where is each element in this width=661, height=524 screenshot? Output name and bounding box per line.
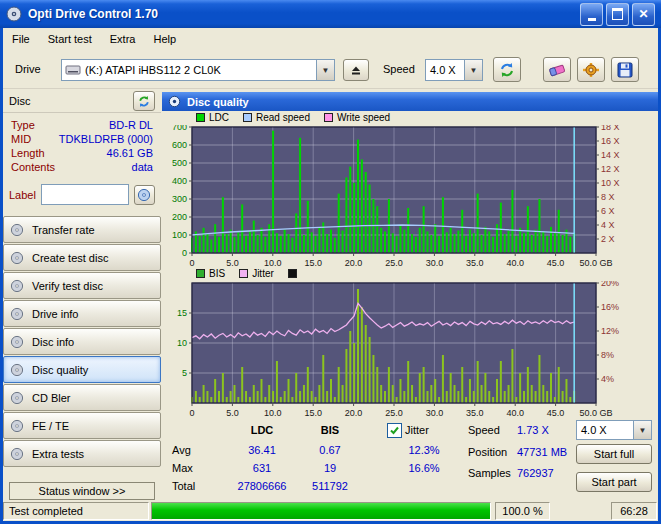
refresh-disc-button[interactable] — [133, 91, 155, 111]
chart2-legend: BISJitter — [196, 268, 297, 279]
sidebar-item-label: Create test disc — [32, 252, 108, 264]
erase-disc-button[interactable] — [543, 57, 571, 82]
svg-text:45.0: 45.0 — [547, 258, 565, 267]
disc-panel-header: Disc — [3, 90, 161, 113]
disc-info-value: 46.61 GB — [107, 147, 153, 159]
menu-file[interactable]: File — [3, 30, 39, 48]
bis-total-value: 511792 — [290, 480, 370, 492]
legend-bis: BIS — [196, 268, 225, 279]
sidebar-item-extra-tests[interactable]: Extra tests — [3, 440, 161, 467]
test-speed-select[interactable]: 4.0 X ▼ — [576, 420, 652, 440]
panel-title: Disc quality — [187, 96, 249, 108]
svg-text:8 X: 8 X — [601, 192, 615, 202]
sidebar-item-verify-test-disc[interactable]: Verify test disc — [3, 272, 161, 299]
svg-text:40.0: 40.0 — [506, 408, 524, 417]
legend-marker — [288, 269, 297, 278]
chevron-down-icon[interactable]: ▼ — [464, 60, 482, 80]
drive-select[interactable]: (K:) ATAPI iHBS112 2 CL0K ▼ — [61, 59, 335, 81]
disc-info-row-length: Length46.61 GB — [3, 146, 161, 160]
sidebar-item-drive-info[interactable]: Drive info — [3, 300, 161, 327]
svg-text:35.0: 35.0 — [466, 408, 484, 417]
minimize-icon — [588, 18, 596, 21]
gear-icon — [582, 62, 600, 78]
refresh-icon — [137, 95, 151, 108]
legend-swatch — [243, 113, 252, 122]
test-speed-select-value: 4.0 X — [577, 424, 633, 436]
sidebar: Disc TypeBD-R DLMIDTDKBLDRFB (000)Length… — [3, 88, 161, 500]
menu-extra[interactable]: Extra — [101, 30, 145, 48]
eject-button[interactable] — [343, 59, 369, 81]
sidebar-item-transfer-rate[interactable]: Transfer rate — [3, 216, 161, 243]
svg-text:20.0: 20.0 — [345, 408, 363, 417]
sidebar-item-disc-info[interactable]: Disc info — [3, 328, 161, 355]
svg-text:10: 10 — [177, 338, 187, 348]
svg-text:100: 100 — [172, 230, 187, 240]
legend-swatch — [196, 113, 205, 122]
extra-tests-icon — [10, 447, 24, 461]
legend-label: Read speed — [256, 112, 310, 123]
maximize-button[interactable] — [606, 3, 629, 26]
svg-text:50.0 GB: 50.0 GB — [579, 408, 612, 417]
svg-text:5.0: 5.0 — [226, 408, 239, 417]
panel-header: Disc quality — [162, 92, 658, 111]
drive-label: Drive — [15, 63, 41, 75]
drive-icon — [62, 64, 81, 76]
progress-fill — [152, 503, 490, 519]
disc-label-label: Label — [9, 189, 36, 201]
create-test-disc-icon — [10, 251, 24, 265]
speed-label: Speed — [383, 63, 415, 75]
sidebar-item-label: CD Bler — [32, 392, 71, 404]
app-icon — [6, 6, 22, 22]
svg-text:40.0: 40.0 — [506, 258, 524, 267]
svg-text:14 X: 14 X — [601, 150, 620, 160]
rescan-drives-button[interactable] — [493, 57, 521, 82]
start-full-button[interactable]: Start full — [576, 444, 652, 464]
sidebar-item-label: Extra tests — [32, 448, 84, 460]
legend-swatch — [239, 269, 248, 278]
legend-swatch — [288, 269, 297, 278]
sidebar-item-cd-bler[interactable]: CD Bler — [3, 384, 161, 411]
legend-jitter: Jitter — [239, 268, 274, 279]
menu-start-test[interactable]: Start test — [39, 30, 101, 48]
svg-text:0: 0 — [189, 408, 194, 417]
legend-label: Write speed — [337, 112, 390, 123]
close-button[interactable]: ✕ — [632, 3, 655, 26]
chevron-down-icon[interactable]: ▼ — [316, 60, 334, 80]
svg-text:20%: 20% — [601, 281, 619, 288]
speed-select[interactable]: 4.0 X ▼ — [425, 59, 483, 81]
sidebar-item-fe-te[interactable]: FE / TE — [3, 412, 161, 439]
disc-info-value: TDKBLDRFB (000) — [59, 133, 153, 145]
disc-label-button[interactable] — [134, 185, 155, 205]
svg-text:15.0: 15.0 — [304, 408, 322, 417]
bis-max-value: 19 — [290, 462, 370, 474]
chart1-legend: LDCRead speedWrite speed — [196, 112, 390, 123]
svg-text:30.0: 30.0 — [426, 258, 444, 267]
legend-label: Jitter — [252, 268, 274, 279]
legend-label: BIS — [209, 268, 225, 279]
disc-info-list: TypeBD-R DLMIDTDKBLDRFB (000)Length46.61… — [3, 118, 161, 174]
start-part-button[interactable]: Start part — [576, 472, 652, 492]
svg-text:12 X: 12 X — [601, 164, 620, 174]
sidebar-item-create-test-disc[interactable]: Create test disc — [3, 244, 161, 271]
menu-help[interactable]: Help — [144, 30, 185, 48]
svg-text:16 X: 16 X — [601, 136, 620, 146]
samples-label: Samples — [468, 467, 511, 479]
samples-value: 762937 — [517, 467, 554, 479]
refresh-icon — [498, 62, 516, 78]
disc-info-value: data — [132, 161, 153, 173]
maximize-icon — [612, 8, 623, 20]
minimize-button[interactable] — [580, 3, 603, 26]
preferences-button[interactable] — [577, 57, 605, 82]
save-button[interactable] — [611, 57, 639, 82]
chevron-down-icon[interactable]: ▼ — [633, 421, 651, 439]
svg-text:300: 300 — [172, 194, 187, 204]
status-window-button[interactable]: Status window >> — [9, 482, 155, 500]
svg-text:200: 200 — [172, 212, 187, 222]
disc-info-row-contents: Contentsdata — [3, 160, 161, 174]
legend-read-speed: Read speed — [243, 112, 310, 123]
sidebar-item-label: Disc info — [32, 336, 74, 348]
speed-stat-value: 1.73 X — [517, 424, 549, 436]
sidebar-item-disc-quality[interactable]: Disc quality — [3, 356, 161, 383]
disc-label-input[interactable] — [41, 184, 129, 205]
jitter-checkbox[interactable] — [387, 423, 402, 438]
